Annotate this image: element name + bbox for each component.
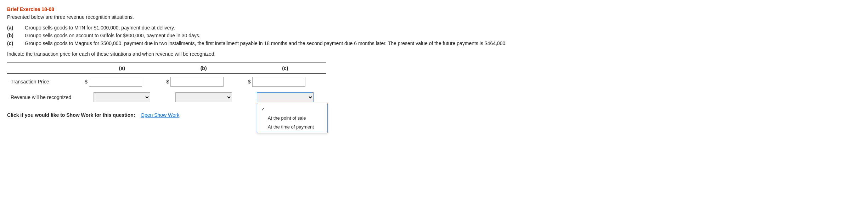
input-c-cell: $ — [244, 73, 326, 89]
col-header-b: (b) — [163, 63, 244, 73]
situations-list: (a) Groupo sells goods to MTN for $1,000… — [7, 25, 861, 46]
click-label: Click if you would like to Show Work for… — [7, 112, 135, 118]
revenue-select-b[interactable]: At the point of sale At the time of paym… — [175, 92, 232, 102]
transaction-price-input-b[interactable] — [170, 77, 224, 87]
revenue-select-a[interactable]: At the point of sale At the time of paym… — [94, 92, 150, 102]
col-header-a: (a) — [81, 63, 163, 73]
dropdown-item-check[interactable]: ✓ — [257, 105, 327, 114]
select-a-cell: At the point of sale At the time of paym… — [81, 89, 163, 105]
sit-label-a: (a) — [7, 25, 25, 31]
sit-text-a: Groupo sells goods to MTN for $1,000,000… — [25, 25, 861, 31]
revenue-select-c[interactable]: At the point of sale At the time of paym… — [257, 92, 314, 102]
col-header-empty — [7, 63, 81, 73]
show-work-row: Click if you would like to Show Work for… — [7, 112, 861, 118]
dollar-wrap-c: $ — [248, 77, 322, 87]
sit-label-c: (c) — [7, 40, 25, 46]
situation-b: (b) Groupo sells goods on account to Gri… — [7, 33, 861, 38]
situation-c: (c) Groupo sells goods to Magnus for $50… — [7, 40, 861, 46]
dropdown-container-c: At the point of sale At the time of paym… — [257, 92, 314, 102]
dropdown-label-point-of-sale: At the point of sale — [268, 115, 306, 121]
sit-label-b: (b) — [7, 33, 25, 38]
answer-table: (a) (b) (c) Transaction Price $ $ — [7, 62, 326, 105]
transaction-price-label: Transaction Price — [7, 73, 81, 89]
row-revenue-recognized: Revenue will be recognized At the point … — [7, 89, 326, 105]
dropdown-item-point-of-sale[interactable]: At the point of sale — [257, 114, 327, 122]
select-wrap-c: At the point of sale At the time of paym… — [257, 92, 314, 102]
exercise-title: Brief Exercise 18-08 — [7, 6, 861, 12]
input-b-cell: $ — [163, 73, 244, 89]
revenue-recognized-label: Revenue will be recognized — [7, 89, 81, 105]
dropdown-label-time-of-payment: At the time of payment — [268, 124, 314, 130]
dollar-sign-b: $ — [167, 79, 169, 84]
indicate-text: Indicate the transaction price for each … — [7, 51, 861, 57]
row-transaction-price: Transaction Price $ $ $ — [7, 73, 326, 89]
dollar-sign-a: $ — [85, 79, 88, 84]
select-b-cell: At the point of sale At the time of paym… — [163, 89, 244, 105]
situation-a: (a) Groupo sells goods to MTN for $1,000… — [7, 25, 861, 31]
dollar-wrap-b: $ — [167, 77, 241, 87]
select-c-cell: At the point of sale At the time of paym… — [244, 89, 326, 105]
transaction-price-input-c[interactable] — [252, 77, 305, 87]
dollar-wrap-a: $ — [85, 77, 159, 87]
input-a-cell: $ — [81, 73, 163, 89]
dollar-sign-c: $ — [248, 79, 251, 84]
col-header-c: (c) — [244, 63, 326, 73]
dropdown-item-time-of-payment[interactable]: At the time of payment — [257, 122, 327, 131]
check-icon: ✓ — [261, 106, 266, 112]
sit-text-c: Groupo sells goods to Magnus for $500,00… — [25, 40, 861, 46]
dropdown-open-c: ✓ At the point of sale At the time of pa… — [257, 103, 328, 133]
open-show-work-link[interactable]: Open Show Work — [141, 112, 179, 118]
intro-text: Presented below are three revenue recogn… — [7, 14, 861, 20]
transaction-price-input-a[interactable] — [89, 77, 142, 87]
select-wrap-a: At the point of sale At the time of paym… — [85, 92, 159, 102]
sit-text-b: Groupo sells goods on account to Grifols… — [25, 33, 861, 38]
select-wrap-b: At the point of sale At the time of paym… — [167, 92, 241, 102]
